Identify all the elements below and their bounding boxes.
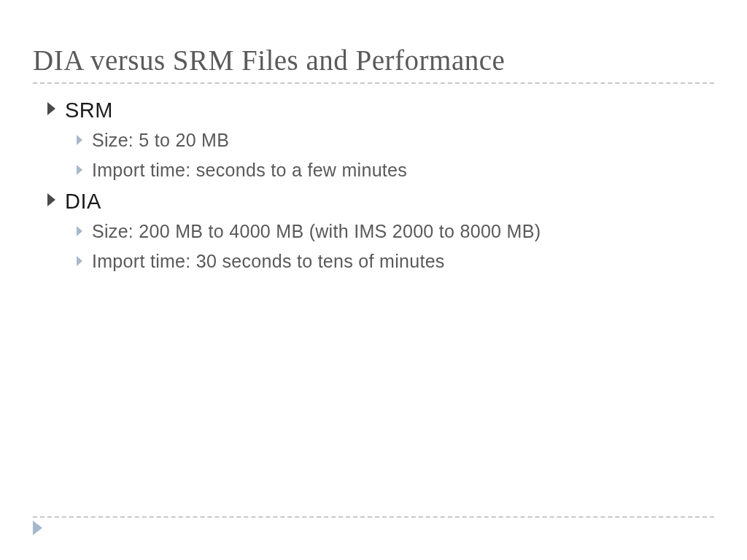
section-heading-text: DIA (65, 190, 101, 214)
triangle-bullet-icon (47, 102, 56, 115)
section-heading: DIA (47, 190, 714, 214)
section-heading: SRM (47, 98, 714, 122)
triangle-bullet-icon (77, 135, 83, 145)
list-item-text: Size: 5 to 20 MB (92, 130, 229, 151)
svg-marker-5 (77, 256, 82, 266)
svg-marker-4 (77, 226, 82, 236)
list-item: Import time: 30 seconds to tens of minut… (77, 251, 714, 272)
list-item: Size: 5 to 20 MB (77, 130, 714, 151)
triangle-bullet-icon (77, 256, 83, 266)
svg-marker-3 (47, 193, 55, 206)
svg-marker-2 (77, 165, 82, 175)
slide-container: DIA versus SRM Files and Performance SRM… (0, 0, 747, 560)
list-item: Import time: seconds to a few minutes (77, 160, 714, 181)
svg-marker-1 (77, 135, 82, 145)
triangle-bullet-icon (77, 226, 83, 236)
svg-marker-0 (47, 102, 55, 115)
list-item-text: Size: 200 MB to 4000 MB (with IMS 2000 t… (92, 221, 541, 242)
footer-triangle-icon (33, 521, 43, 538)
slide-title: DIA versus SRM Files and Performance (33, 44, 714, 77)
slide-content: SRM Size: 5 to 20 MB Import time: second… (33, 98, 714, 272)
list-item-text: Import time: seconds to a few minutes (92, 160, 407, 181)
list-item: Size: 200 MB to 4000 MB (with IMS 2000 t… (77, 221, 714, 242)
svg-marker-6 (33, 521, 42, 535)
list-item-text: Import time: 30 seconds to tens of minut… (92, 251, 445, 272)
section-heading-text: SRM (65, 98, 113, 122)
triangle-bullet-icon (77, 165, 83, 175)
triangle-bullet-icon (47, 193, 56, 206)
footer-divider (33, 516, 714, 518)
title-divider (33, 82, 714, 84)
